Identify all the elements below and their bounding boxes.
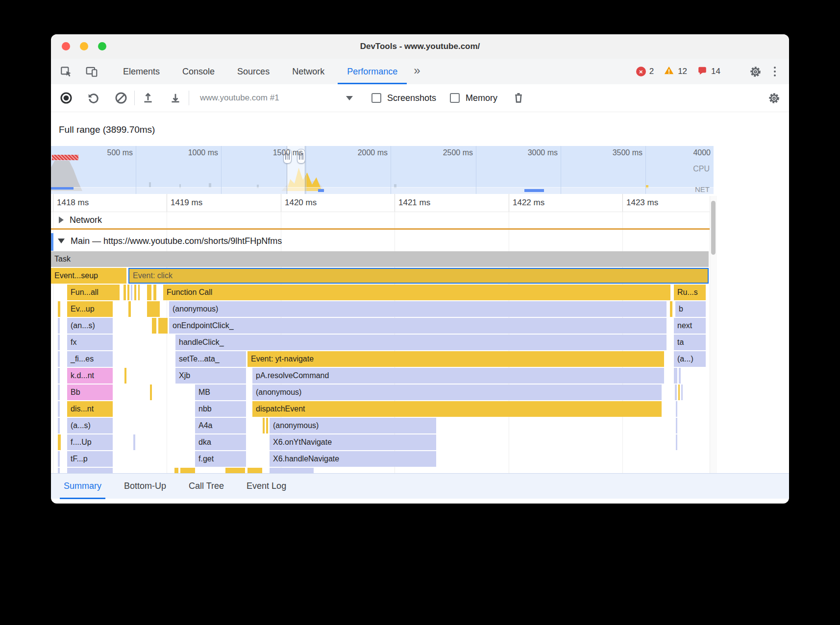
timeline-overview[interactable]: CPU NET 500 ms1000 ms1500 ms2000 ms2500 … (51, 146, 714, 194)
inspect-element-icon[interactable] (59, 64, 74, 79)
flame-bar-fx[interactable]: fx (67, 335, 113, 350)
flame-bar-an-s[interactable]: (an...s) (67, 318, 113, 334)
reload-and-record-button[interactable] (85, 90, 102, 106)
flame-bar-event-seup[interactable]: Event...seup (51, 268, 126, 284)
issues-badge[interactable]: 14 (697, 65, 720, 78)
flame-bar[interactable] (174, 468, 178, 473)
flame-bar-x6-handlenavigate[interactable]: X6.handleNavigate (270, 451, 436, 467)
flame-bar[interactable] (266, 418, 268, 433)
flame-bar[interactable] (247, 468, 262, 473)
flame-bar[interactable] (58, 451, 60, 467)
flame-bar-ev-up[interactable]: Ev...up (67, 301, 113, 317)
flame-bar-anonymous[interactable]: (anonymous) (252, 385, 662, 400)
flame-bar[interactable] (58, 301, 60, 317)
flame-chart[interactable]: TaskEvent...seupEvent: clickFun...allFun… (51, 251, 714, 473)
flame-bar-dka[interactable]: dka (195, 434, 246, 450)
tab-bottom-up[interactable]: Bottom-Up (120, 474, 170, 499)
flame-bar-anonymous[interactable]: (anonymous) (270, 418, 436, 433)
tab-elements[interactable]: Elements (112, 59, 171, 84)
flame-bar[interactable] (270, 468, 314, 473)
flame-bar-a4a[interactable]: A4a (195, 418, 246, 433)
tab-call-tree[interactable]: Call Tree (185, 474, 228, 499)
flame-bar[interactable] (679, 368, 681, 384)
save-profile-icon[interactable] (167, 90, 184, 106)
flame-bar[interactable] (225, 468, 245, 473)
flame-bar[interactable] (67, 468, 113, 473)
settings-gear-icon[interactable] (748, 64, 763, 79)
flame-bar-next[interactable]: next (674, 318, 706, 334)
flame-bar-fun-all[interactable]: Fun...all (67, 285, 120, 300)
window-titlebar[interactable]: DevTools - www.youtube.com/ (51, 34, 789, 59)
flame-bar[interactable] (133, 434, 135, 450)
flame-bar[interactable] (58, 468, 60, 473)
flame-bar[interactable] (58, 368, 60, 384)
flame-bar[interactable] (675, 385, 677, 400)
flame-bar-function-call[interactable]: Function Call (163, 285, 670, 300)
device-toolbar-icon[interactable] (84, 64, 99, 79)
flame-bar[interactable] (58, 318, 60, 334)
detail-time-ruler[interactable]: 1418 ms1419 ms1420 ms1421 ms1422 ms1423 … (51, 194, 714, 212)
flame-bar-tf-p[interactable]: tF...p (67, 451, 113, 467)
flame-bar[interactable] (58, 385, 60, 400)
flame-bar[interactable] (58, 434, 61, 450)
flame-bar[interactable] (147, 285, 151, 300)
flame-bar[interactable] (134, 285, 136, 300)
flame-bar[interactable] (158, 318, 168, 334)
flame-bar[interactable] (127, 285, 129, 300)
flame-bar[interactable] (124, 285, 126, 300)
network-request-bar[interactable] (51, 228, 714, 230)
flame-bar-xjb[interactable]: Xjb (175, 368, 246, 384)
flame-bar-pa-resolvecommand[interactable]: pA.resolveCommand (252, 368, 664, 384)
flame-bar[interactable] (678, 385, 680, 400)
tab-summary[interactable]: Summary (60, 474, 105, 499)
main-track-header[interactable]: Main — https://www.youtube.com/shorts/9l… (51, 231, 714, 251)
flame-bar-x6-onytnavigate[interactable]: X6.onYtNavigate (270, 434, 436, 450)
flame-bar-event-yt-navigate[interactable]: Event: yt-navigate (247, 351, 664, 367)
flame-bar-dispatchevent[interactable]: dispatchEvent (252, 401, 662, 417)
network-track-header[interactable]: Network (51, 212, 714, 228)
flame-bar-fi-es[interactable]: _fi...es (67, 351, 113, 367)
capture-settings-gear-icon[interactable] (766, 90, 782, 106)
flame-bar-a-s[interactable]: (a...s) (67, 418, 113, 433)
flame-bar[interactable] (58, 335, 60, 350)
flame-bar-f-up[interactable]: f....Up (67, 434, 113, 450)
flame-bar[interactable] (124, 368, 126, 384)
flame-bar[interactable] (138, 285, 140, 300)
vertical-scrollbar[interactable] (710, 196, 717, 473)
flame-bar[interactable] (128, 301, 131, 317)
flame-bar[interactable] (58, 351, 60, 367)
flame-bar[interactable] (152, 318, 156, 334)
flame-bar[interactable] (676, 401, 677, 417)
main-menu-kebab-icon[interactable] (767, 64, 782, 79)
flame-bar-task[interactable]: Task (51, 251, 709, 267)
flame-bar-sette-ata[interactable]: setTe...ata_ (175, 351, 246, 367)
clear-recording-button[interactable] (113, 90, 129, 106)
tab-sources[interactable]: Sources (226, 59, 281, 84)
warning-badge[interactable]: 12 (664, 65, 687, 78)
flame-bar-mb[interactable]: MB (195, 385, 246, 400)
error-badge[interactable]: × 2 (636, 67, 654, 76)
flame-bar-anonymous[interactable]: (anonymous) (169, 301, 667, 317)
flame-bar[interactable] (670, 301, 672, 317)
flame-bar[interactable] (131, 285, 132, 300)
collect-garbage-icon[interactable] (510, 90, 527, 106)
flame-bar[interactable] (153, 285, 156, 300)
collapse-triangle-icon[interactable] (59, 216, 64, 223)
flame-bar[interactable] (147, 301, 160, 317)
flame-bar-k-d-nt[interactable]: k.d...nt (67, 368, 113, 384)
tab-performance[interactable]: Performance (336, 59, 409, 84)
flame-bar-bb[interactable]: Bb (67, 385, 113, 400)
flame-bar-handleclick[interactable]: handleClick_ (175, 335, 667, 350)
flame-bar-dis-nt[interactable]: dis...nt (67, 401, 113, 417)
tab-network[interactable]: Network (281, 59, 336, 84)
flame-bar-ru-s[interactable]: Ru...s (674, 285, 706, 300)
flame-bar[interactable] (58, 418, 60, 433)
flame-bar-nbb[interactable]: nbb (195, 401, 246, 417)
memory-checkbox[interactable]: Memory (450, 93, 497, 103)
history-select[interactable]: www.youtube.com #1 (194, 89, 358, 107)
flame-bar[interactable] (676, 418, 677, 433)
flame-bar-ta[interactable]: ta (674, 335, 706, 350)
expand-triangle-icon[interactable] (58, 239, 65, 243)
more-tabs-chevron[interactable]: » (414, 64, 419, 77)
flame-bar[interactable] (674, 368, 677, 384)
